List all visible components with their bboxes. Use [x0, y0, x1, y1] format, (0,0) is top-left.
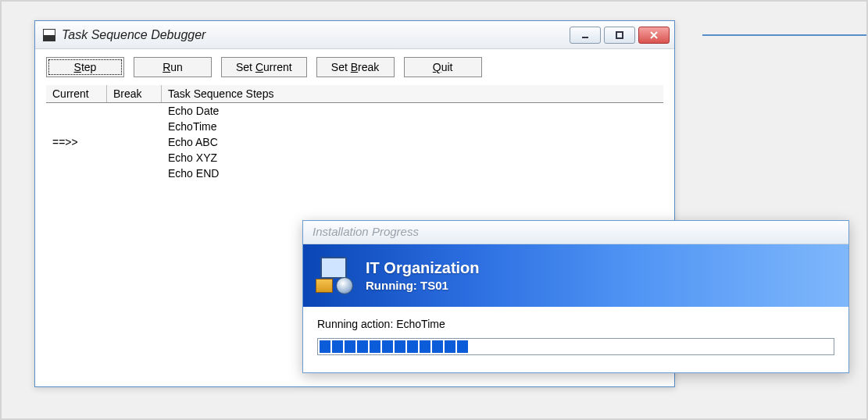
- org-name: IT Organization: [366, 259, 480, 277]
- progress-block: [332, 340, 343, 353]
- setcurrent-rest: urrent: [263, 61, 292, 73]
- cell-current: [46, 166, 107, 181]
- window-title: Task Sequence Debugger: [62, 28, 570, 42]
- col-steps-header[interactable]: Task Sequence Steps: [162, 85, 663, 102]
- progress-block: [420, 340, 430, 353]
- action-text: Running action: EchoTime: [317, 318, 834, 330]
- col-break-header[interactable]: Break: [107, 85, 162, 102]
- titlebar[interactable]: Task Sequence Debugger: [35, 21, 674, 49]
- app-icon: [43, 29, 55, 41]
- table-row[interactable]: Echo END: [46, 166, 663, 181]
- progress-block: [370, 340, 380, 353]
- cell-break: [107, 119, 162, 134]
- package-icon: [316, 257, 353, 294]
- progress-window: Installation Progress IT Organization Ru…: [302, 220, 849, 373]
- minimize-button[interactable]: [570, 27, 601, 44]
- cell-current: ==>>: [46, 134, 107, 150]
- run-label-rest: un: [170, 61, 183, 73]
- cell-current: [46, 119, 107, 134]
- grid-header: Current Break Task Sequence Steps: [46, 85, 663, 103]
- toolbar: Step Run Set Current Set Break Quit: [35, 49, 674, 82]
- svg-rect-0: [582, 37, 588, 38]
- svg-rect-1: [616, 32, 623, 38]
- set-break-button[interactable]: Set Break: [316, 57, 395, 77]
- banner-text: IT Organization Running: TS01: [366, 259, 480, 292]
- progress-block: [407, 340, 418, 353]
- setbreak-pre: Set: [331, 61, 351, 73]
- progress-block: [395, 340, 405, 353]
- progress-block: [382, 340, 393, 353]
- progress-bar: [317, 338, 834, 355]
- maximize-icon: [615, 30, 624, 40]
- decor-line: [702, 34, 866, 36]
- progress-block: [357, 340, 368, 353]
- cell-step: Echo END: [162, 166, 663, 181]
- close-button[interactable]: [638, 27, 670, 44]
- close-icon: [649, 30, 659, 40]
- progress-block: [457, 340, 468, 353]
- progress-block: [320, 340, 330, 353]
- cell-step: Echo XYZ: [162, 150, 663, 166]
- action-name: EchoTime: [396, 318, 445, 330]
- progress-block: [432, 340, 443, 353]
- table-row[interactable]: Echo XYZ: [46, 150, 663, 166]
- cell-break: [107, 103, 162, 119]
- step-label-rest: tep: [81, 61, 96, 73]
- cell-break: [107, 150, 162, 166]
- window-controls: [570, 27, 670, 44]
- action-prefix: Running action:: [317, 318, 396, 330]
- setbreak-rest: reak: [358, 61, 379, 73]
- running-label: Running: TS01: [366, 279, 480, 292]
- run-button[interactable]: Run: [134, 57, 212, 77]
- cell-break: [107, 134, 162, 150]
- progress-banner: IT Organization Running: TS01: [303, 244, 848, 307]
- cell-current: [46, 150, 107, 166]
- col-current-header[interactable]: Current: [46, 85, 107, 102]
- table-row[interactable]: EchoTime: [46, 119, 663, 134]
- quit-button[interactable]: Quit: [404, 57, 482, 77]
- table-row[interactable]: ==>> Echo ABC: [46, 134, 663, 150]
- cell-step: EchoTime: [162, 119, 663, 134]
- cell-step: Echo ABC: [162, 134, 663, 150]
- cell-break: [107, 166, 162, 181]
- maximize-button[interactable]: [604, 27, 635, 44]
- cell-step: Echo Date: [162, 103, 663, 119]
- progress-body: Running action: EchoTime: [303, 307, 848, 372]
- set-current-button[interactable]: Set Current: [221, 57, 307, 77]
- table-row[interactable]: Echo Date: [46, 103, 663, 119]
- cell-current: [46, 103, 107, 119]
- setcurrent-pre: Set: [236, 61, 255, 73]
- quit-rest: uit: [441, 61, 453, 73]
- minimize-icon: [580, 30, 590, 40]
- step-button[interactable]: Step: [46, 57, 124, 77]
- progress-block: [445, 340, 455, 353]
- progress-block: [345, 340, 355, 353]
- progress-window-title[interactable]: Installation Progress: [303, 221, 848, 244]
